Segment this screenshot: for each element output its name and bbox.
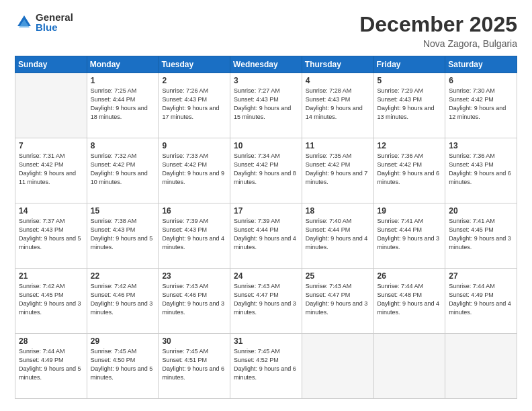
- subtitle: Nova Zagora, Bulgaria: [359, 38, 517, 49]
- week-row: 14 Sunrise: 7:37 AM Sunset: 4:43 PM Dayl…: [15, 203, 517, 269]
- weekday-header: Monday: [87, 56, 159, 73]
- main-title: December 2025: [359, 12, 517, 37]
- day-cell: 28 Sunrise: 7:44 AM Sunset: 4:49 PM Dayl…: [15, 334, 87, 399]
- header: General Blue December 2025 Nova Zagora, …: [15, 12, 517, 49]
- day-number: 6: [449, 76, 514, 85]
- day-info: Sunrise: 7:29 AM Sunset: 4:43 PM Dayligh…: [378, 87, 443, 122]
- day-cell: 15 Sunrise: 7:38 AM Sunset: 4:43 PM Dayl…: [87, 203, 159, 269]
- title-block: December 2025 Nova Zagora, Bulgaria: [359, 12, 517, 49]
- day-info: Sunrise: 7:32 AM Sunset: 4:42 PM Dayligh…: [91, 152, 156, 187]
- day-cell: 29 Sunrise: 7:45 AM Sunset: 4:50 PM Dayl…: [87, 334, 159, 399]
- day-info: Sunrise: 7:45 AM Sunset: 4:51 PM Dayligh…: [162, 347, 227, 382]
- day-number: 17: [234, 206, 299, 216]
- day-cell: 22 Sunrise: 7:42 AM Sunset: 4:46 PM Dayl…: [87, 269, 159, 334]
- day-info: Sunrise: 7:42 AM Sunset: 4:45 PM Dayligh…: [19, 282, 84, 317]
- day-info: Sunrise: 7:39 AM Sunset: 4:43 PM Dayligh…: [162, 217, 227, 252]
- day-info: Sunrise: 7:44 AM Sunset: 4:49 PM Dayligh…: [449, 282, 514, 317]
- day-number: 8: [91, 141, 156, 150]
- day-number: 1: [91, 76, 156, 85]
- day-number: 20: [449, 206, 514, 216]
- weekday-header: Sunday: [15, 56, 87, 73]
- day-info: Sunrise: 7:43 AM Sunset: 4:47 PM Dayligh…: [234, 282, 299, 317]
- day-number: 12: [378, 141, 443, 150]
- day-info: Sunrise: 7:25 AM Sunset: 4:44 PM Dayligh…: [91, 87, 156, 122]
- day-number: 3: [234, 76, 299, 85]
- day-cell: 10 Sunrise: 7:34 AM Sunset: 4:42 PM Dayl…: [230, 138, 302, 203]
- day-number: 26: [378, 271, 443, 281]
- weekday-header: Thursday: [302, 56, 373, 73]
- weekday-header: Tuesday: [159, 56, 230, 73]
- day-number: 25: [306, 271, 371, 281]
- day-cell: 4 Sunrise: 7:28 AM Sunset: 4:43 PM Dayli…: [302, 73, 373, 138]
- logo: General Blue: [15, 12, 73, 32]
- day-number: 28: [19, 336, 84, 346]
- day-number: 2: [162, 76, 227, 85]
- day-cell: 11 Sunrise: 7:35 AM Sunset: 4:42 PM Dayl…: [302, 138, 373, 203]
- day-info: Sunrise: 7:40 AM Sunset: 4:44 PM Dayligh…: [306, 217, 371, 252]
- day-cell: 21 Sunrise: 7:42 AM Sunset: 4:45 PM Dayl…: [15, 269, 87, 334]
- day-cell: 27 Sunrise: 7:44 AM Sunset: 4:49 PM Dayl…: [445, 269, 517, 334]
- day-number: 16: [162, 206, 227, 216]
- day-info: Sunrise: 7:38 AM Sunset: 4:43 PM Dayligh…: [91, 217, 156, 252]
- day-cell: [373, 334, 445, 399]
- page: General Blue December 2025 Nova Zagora, …: [0, 0, 532, 411]
- day-info: Sunrise: 7:45 AM Sunset: 4:52 PM Dayligh…: [234, 347, 299, 382]
- day-info: Sunrise: 7:36 AM Sunset: 4:42 PM Dayligh…: [378, 152, 443, 187]
- day-cell: 31 Sunrise: 7:45 AM Sunset: 4:52 PM Dayl…: [230, 334, 302, 399]
- day-info: Sunrise: 7:35 AM Sunset: 4:42 PM Dayligh…: [306, 152, 371, 187]
- day-cell: 7 Sunrise: 7:31 AM Sunset: 4:42 PM Dayli…: [15, 138, 87, 203]
- week-row: 21 Sunrise: 7:42 AM Sunset: 4:45 PM Dayl…: [15, 269, 517, 334]
- day-cell: 3 Sunrise: 7:27 AM Sunset: 4:43 PM Dayli…: [230, 73, 302, 138]
- day-number: 4: [306, 76, 371, 85]
- day-info: Sunrise: 7:37 AM Sunset: 4:43 PM Dayligh…: [19, 217, 84, 252]
- day-info: Sunrise: 7:34 AM Sunset: 4:42 PM Dayligh…: [234, 152, 299, 187]
- logo-general: General: [36, 12, 73, 22]
- day-info: Sunrise: 7:39 AM Sunset: 4:44 PM Dayligh…: [234, 217, 299, 252]
- day-info: Sunrise: 7:27 AM Sunset: 4:43 PM Dayligh…: [234, 87, 299, 122]
- day-cell: 25 Sunrise: 7:43 AM Sunset: 4:47 PM Dayl…: [302, 269, 373, 334]
- day-info: Sunrise: 7:42 AM Sunset: 4:46 PM Dayligh…: [91, 282, 156, 317]
- day-info: Sunrise: 7:41 AM Sunset: 4:45 PM Dayligh…: [449, 217, 514, 252]
- day-cell: 18 Sunrise: 7:40 AM Sunset: 4:44 PM Dayl…: [302, 203, 373, 269]
- day-cell: 16 Sunrise: 7:39 AM Sunset: 4:43 PM Dayl…: [159, 203, 230, 269]
- day-cell: 1 Sunrise: 7:25 AM Sunset: 4:44 PM Dayli…: [87, 73, 159, 138]
- logo-blue: Blue: [36, 22, 73, 32]
- day-cell: 23 Sunrise: 7:43 AM Sunset: 4:46 PM Dayl…: [159, 269, 230, 334]
- day-info: Sunrise: 7:33 AM Sunset: 4:42 PM Dayligh…: [162, 152, 227, 187]
- week-row: 7 Sunrise: 7:31 AM Sunset: 4:42 PM Dayli…: [15, 138, 517, 203]
- day-cell: 20 Sunrise: 7:41 AM Sunset: 4:45 PM Dayl…: [445, 203, 517, 269]
- day-info: Sunrise: 7:41 AM Sunset: 4:44 PM Dayligh…: [378, 217, 443, 252]
- weekday-header: Wednesday: [230, 56, 302, 73]
- day-info: Sunrise: 7:43 AM Sunset: 4:47 PM Dayligh…: [306, 282, 371, 317]
- day-cell: 12 Sunrise: 7:36 AM Sunset: 4:42 PM Dayl…: [373, 138, 445, 203]
- weekday-header: Friday: [373, 56, 445, 73]
- day-cell: 17 Sunrise: 7:39 AM Sunset: 4:44 PM Dayl…: [230, 203, 302, 269]
- day-number: 9: [162, 141, 227, 150]
- day-cell: [302, 334, 373, 399]
- day-number: 14: [19, 206, 84, 216]
- day-info: Sunrise: 7:44 AM Sunset: 4:48 PM Dayligh…: [378, 282, 443, 317]
- logo-icon: [15, 13, 34, 32]
- day-cell: 24 Sunrise: 7:43 AM Sunset: 4:47 PM Dayl…: [230, 269, 302, 334]
- day-info: Sunrise: 7:36 AM Sunset: 4:43 PM Dayligh…: [449, 152, 514, 187]
- day-cell: 9 Sunrise: 7:33 AM Sunset: 4:42 PM Dayli…: [159, 138, 230, 203]
- day-number: 24: [234, 271, 299, 281]
- day-info: Sunrise: 7:31 AM Sunset: 4:42 PM Dayligh…: [19, 152, 84, 187]
- day-cell: 5 Sunrise: 7:29 AM Sunset: 4:43 PM Dayli…: [373, 73, 445, 138]
- day-number: 21: [19, 271, 84, 281]
- day-cell: 14 Sunrise: 7:37 AM Sunset: 4:43 PM Dayl…: [15, 203, 87, 269]
- day-cell: 8 Sunrise: 7:32 AM Sunset: 4:42 PM Dayli…: [87, 138, 159, 203]
- day-cell: 2 Sunrise: 7:26 AM Sunset: 4:43 PM Dayli…: [159, 73, 230, 138]
- day-number: 13: [449, 141, 514, 150]
- day-cell: 30 Sunrise: 7:45 AM Sunset: 4:51 PM Dayl…: [159, 334, 230, 399]
- day-number: 15: [91, 206, 156, 216]
- day-cell: 13 Sunrise: 7:36 AM Sunset: 4:43 PM Dayl…: [445, 138, 517, 203]
- day-info: Sunrise: 7:43 AM Sunset: 4:46 PM Dayligh…: [162, 282, 227, 317]
- day-number: 23: [162, 271, 227, 281]
- day-number: 31: [234, 336, 299, 346]
- day-number: 30: [162, 336, 227, 346]
- day-number: 18: [306, 206, 371, 216]
- day-cell: 6 Sunrise: 7:30 AM Sunset: 4:42 PM Dayli…: [445, 73, 517, 138]
- day-info: Sunrise: 7:26 AM Sunset: 4:43 PM Dayligh…: [162, 87, 227, 122]
- day-number: 27: [449, 271, 514, 281]
